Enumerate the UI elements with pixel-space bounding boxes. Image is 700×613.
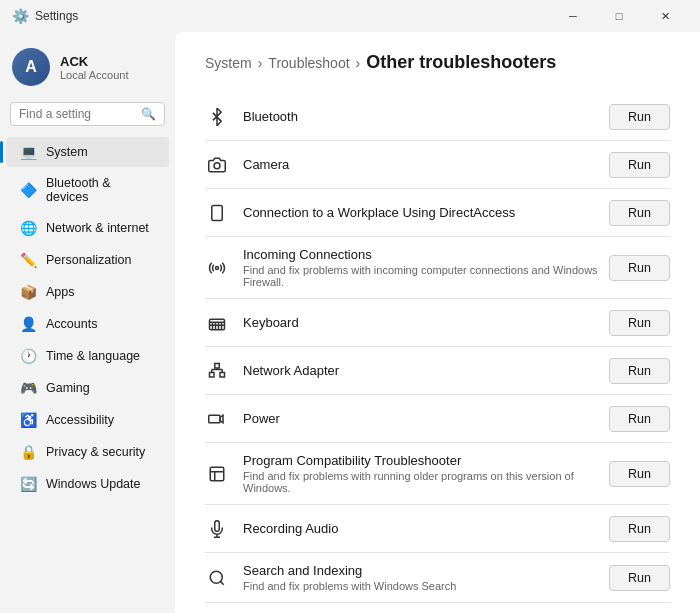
ts-item-left: Recording Audio (205, 517, 609, 541)
list-item: Search and Indexing Find and fix problem… (205, 553, 670, 603)
breadcrumb-troubleshoot[interactable]: Troubleshoot (268, 55, 349, 71)
ts-item-name: Keyboard (243, 315, 299, 330)
close-button[interactable]: ✕ (642, 0, 688, 32)
svg-line-26 (220, 581, 223, 584)
minimize-button[interactable]: ─ (550, 0, 596, 32)
sidebar-item-privacy[interactable]: 🔒 Privacy & security (6, 437, 169, 467)
ts-item-left: Power (205, 407, 609, 431)
sidebar-item-apps[interactable]: 📦 Apps (6, 277, 169, 307)
ts-item-name: Power (243, 411, 280, 426)
sidebar-item-label: Privacy & security (46, 445, 145, 459)
search-input[interactable] (19, 107, 135, 121)
svg-rect-18 (209, 415, 220, 423)
list-item: Keyboard Run (205, 299, 670, 347)
svg-rect-12 (220, 372, 225, 377)
svg-point-0 (214, 162, 220, 168)
ts-item-text: Incoming Connections Find and fix proble… (243, 247, 609, 288)
user-name: ACK (60, 54, 129, 69)
run-button[interactable]: Run (609, 565, 670, 591)
accessibility-icon: ♿ (20, 412, 36, 428)
breadcrumb-sep-1: › (258, 55, 263, 71)
sidebar-item-personalization[interactable]: ✏️ Personalization (6, 245, 169, 275)
search-box[interactable]: 🔍 (10, 102, 165, 126)
sidebar-item-system[interactable]: 💻 System (6, 137, 169, 167)
maximize-button[interactable]: □ (596, 0, 642, 32)
app-icon: ⚙️ (12, 8, 29, 24)
sidebar-item-accounts[interactable]: 👤 Accounts (6, 309, 169, 339)
ts-item-text: Network Adapter (243, 363, 339, 378)
list-item: Network Adapter Run (205, 347, 670, 395)
list-item: Bluetooth Run (205, 93, 670, 141)
ts-item-desc: Find and fix problems with running older… (243, 470, 609, 494)
svg-rect-20 (210, 467, 224, 481)
apps-icon: 📦 (20, 284, 36, 300)
ts-item-left: Search and Indexing Find and fix problem… (205, 563, 609, 592)
ts-item-left: Connection to a Workplace Using DirectAc… (205, 201, 609, 225)
breadcrumb-system[interactable]: System (205, 55, 252, 71)
breadcrumb: System › Troubleshoot › Other troublesho… (205, 52, 670, 73)
run-button[interactable]: Run (609, 310, 670, 336)
ts-item-text: Program Compatibility Troubleshooter Fin… (243, 453, 609, 494)
ts-item-left: Incoming Connections Find and fix proble… (205, 247, 609, 288)
network-ts-icon (205, 359, 229, 383)
run-button[interactable]: Run (609, 104, 670, 130)
sidebar-item-update[interactable]: 🔄 Windows Update (6, 469, 169, 499)
list-item: Camera Run (205, 141, 670, 189)
run-button[interactable]: Run (609, 200, 670, 226)
run-button[interactable]: Run (609, 461, 670, 487)
ts-item-left: Program Compatibility Troubleshooter Fin… (205, 453, 609, 494)
sidebar-item-label: Gaming (46, 381, 90, 395)
ts-item-text: Camera (243, 157, 289, 172)
title-bar: ⚙️ Settings ─ □ ✕ (0, 0, 700, 32)
run-button[interactable]: Run (609, 516, 670, 542)
sidebar-item-accessibility[interactable]: ♿ Accessibility (6, 405, 169, 435)
ts-item-text: Recording Audio (243, 521, 338, 536)
run-button[interactable]: Run (609, 358, 670, 384)
run-button[interactable]: Run (609, 406, 670, 432)
ts-item-name: Bluetooth (243, 109, 298, 124)
system-icon: 💻 (20, 144, 36, 160)
breadcrumb-current: Other troubleshooters (366, 52, 556, 73)
power-ts-icon (205, 407, 229, 431)
sidebar: A ACK Local Account 🔍 💻 System 🔷 Bluetoo… (0, 32, 175, 613)
avatar: A (12, 48, 50, 86)
list-item: Incoming Connections Find and fix proble… (205, 237, 670, 299)
ts-item-text: Bluetooth (243, 109, 298, 124)
network-icon: 🌐 (20, 220, 36, 236)
sidebar-item-label: Apps (46, 285, 75, 299)
personalization-icon: ✏️ (20, 252, 36, 268)
sidebar-item-label: Windows Update (46, 477, 141, 491)
svg-point-25 (210, 571, 222, 583)
sidebar-item-label: Time & language (46, 349, 140, 363)
sidebar-item-label: Network & internet (46, 221, 149, 235)
svg-marker-19 (220, 415, 223, 423)
ts-item-desc: Find and fix problems with incoming comp… (243, 264, 609, 288)
sidebar-item-gaming[interactable]: 🎮 Gaming (6, 373, 169, 403)
sidebar-item-network[interactable]: 🌐 Network & internet (6, 213, 169, 243)
sidebar-item-label: Personalization (46, 253, 131, 267)
ts-item-left: Keyboard (205, 311, 609, 335)
sidebar-item-time[interactable]: 🕐 Time & language (6, 341, 169, 371)
privacy-icon: 🔒 (20, 444, 36, 460)
connection-ts-icon (205, 201, 229, 225)
run-button[interactable]: Run (609, 255, 670, 281)
list-item: Connection to a Workplace Using DirectAc… (205, 189, 670, 237)
svg-rect-1 (212, 205, 223, 220)
ts-item-name: Connection to a Workplace Using DirectAc… (243, 205, 515, 220)
accounts-icon: 👤 (20, 316, 36, 332)
bluetooth-icon: 🔷 (20, 182, 36, 198)
sidebar-item-bluetooth[interactable]: 🔷 Bluetooth & devices (6, 169, 169, 211)
list-item: Power Run (205, 395, 670, 443)
ts-item-name: Camera (243, 157, 289, 172)
run-button[interactable]: Run (609, 152, 670, 178)
user-role: Local Account (60, 69, 129, 81)
main-content: System › Troubleshoot › Other troublesho… (175, 32, 700, 613)
list-item: Program Compatibility Troubleshooter Fin… (205, 443, 670, 505)
ts-item-name: Incoming Connections (243, 247, 609, 262)
user-info: ACK Local Account (60, 54, 129, 81)
time-icon: 🕐 (20, 348, 36, 364)
ts-item-name: Recording Audio (243, 521, 338, 536)
title-bar-text: Settings (35, 9, 78, 23)
ts-item-name: Search and Indexing (243, 563, 456, 578)
ts-item-text: Connection to a Workplace Using DirectAc… (243, 205, 515, 220)
